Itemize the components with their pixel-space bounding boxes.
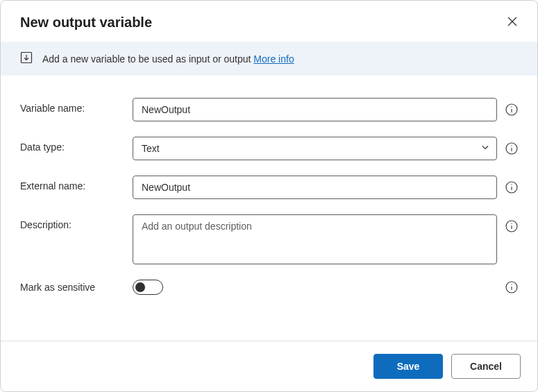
variable-io-icon — [20, 51, 33, 66]
mark-sensitive-label: Mark as sensitive — [20, 282, 133, 293]
mark-sensitive-toggle[interactable] — [133, 280, 163, 295]
close-icon — [507, 16, 518, 29]
data-type-select[interactable]: Text — [133, 137, 497, 160]
variable-name-label: Variable name: — [20, 98, 133, 114]
close-button[interactable] — [504, 13, 521, 32]
external-name-input[interactable] — [133, 176, 497, 199]
variable-name-row: Variable name: — [20, 98, 518, 121]
info-banner-text: Add a new variable to be used as input o… — [42, 53, 294, 65]
info-icon[interactable] — [505, 103, 518, 116]
more-info-link[interactable]: More info — [253, 53, 294, 65]
info-banner: Add a new variable to be used as input o… — [1, 42, 537, 76]
form-body: Variable name: Data type: Text — [1, 76, 537, 341]
dialog-title: New output variable — [20, 15, 152, 31]
toggle-knob — [135, 282, 145, 292]
save-button[interactable]: Save — [373, 354, 443, 379]
info-icon[interactable] — [505, 181, 518, 194]
svg-point-11 — [511, 185, 512, 185]
info-icon[interactable] — [505, 281, 518, 293]
svg-point-14 — [511, 223, 512, 224]
svg-point-17 — [511, 284, 512, 285]
svg-point-5 — [511, 107, 512, 108]
svg-point-8 — [511, 146, 512, 146]
dialog-header: New output variable — [1, 1, 537, 42]
cancel-button[interactable]: Cancel — [451, 354, 521, 379]
description-row: Description: — [20, 214, 518, 264]
info-icon[interactable] — [505, 142, 518, 155]
data-type-row: Data type: Text — [20, 137, 518, 160]
info-banner-message: Add a new variable to be used as input o… — [42, 53, 253, 65]
external-name-row: External name: — [20, 176, 518, 199]
variable-name-input[interactable] — [133, 98, 497, 121]
mark-sensitive-row: Mark as sensitive — [20, 280, 518, 295]
info-icon[interactable] — [505, 220, 518, 232]
description-textarea[interactable] — [133, 214, 497, 264]
external-name-label: External name: — [20, 176, 133, 191]
data-type-value: Text — [142, 143, 160, 154]
data-type-label: Data type: — [20, 137, 133, 153]
description-label: Description: — [20, 214, 133, 230]
dialog-footer: Save Cancel — [1, 341, 537, 391]
new-output-variable-dialog: New output variable Add a new variable t… — [0, 0, 538, 392]
